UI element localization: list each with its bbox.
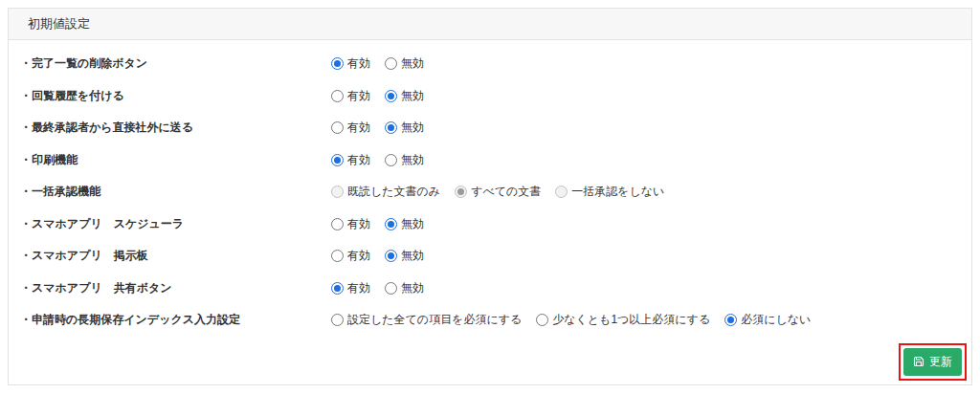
- radio-option: すべての文書: [455, 184, 541, 200]
- radio-button-icon[interactable]: [385, 282, 397, 295]
- radio-option[interactable]: 有効: [331, 55, 370, 72]
- radio-button-icon[interactable]: [536, 314, 548, 326]
- radio-button-icon[interactable]: [331, 314, 344, 326]
- setting-label: ・印刷機能: [20, 152, 331, 168]
- setting-row: ・最終承認者から直接社外に送る有効無効: [20, 112, 960, 144]
- radio-button-icon[interactable]: [331, 250, 344, 262]
- radio-option-label: 必須にしない: [741, 312, 811, 328]
- radio-button-icon[interactable]: [331, 282, 344, 295]
- radio-button-icon[interactable]: [385, 154, 397, 166]
- radio-option-label: 有効: [347, 216, 370, 232]
- setting-row: ・申請時の長期保存インデックス入力設定設定した全ての項目を必須にする少なくとも1…: [20, 304, 960, 337]
- radio-option-group: 有効無効: [331, 248, 424, 264]
- radio-option[interactable]: 必須にしない: [724, 312, 811, 328]
- radio-option-group: 有効無効: [331, 152, 424, 168]
- radio-option-label: 無効: [401, 120, 424, 136]
- radio-button-icon[interactable]: [331, 154, 344, 166]
- radio-option[interactable]: 有効: [331, 88, 370, 104]
- setting-label: ・回覧履歴を付ける: [20, 88, 331, 104]
- setting-label: ・完了一覧の削除ボタン: [20, 55, 331, 72]
- radio-option[interactable]: 有効: [331, 280, 370, 296]
- radio-option[interactable]: 無効: [385, 120, 424, 136]
- radio-option-label: 少なくとも1つ以上必須にする: [552, 312, 710, 328]
- radio-option[interactable]: 無効: [385, 55, 424, 72]
- radio-option[interactable]: 無効: [385, 88, 424, 104]
- radio-option[interactable]: 有効: [331, 120, 370, 136]
- radio-option-group: 有効無効: [331, 280, 424, 296]
- radio-option: 既読した文書のみ: [331, 184, 440, 200]
- save-icon: [913, 356, 924, 367]
- radio-option[interactable]: 無効: [385, 152, 424, 168]
- initial-settings-panel: 初期値設定 ・完了一覧の削除ボタン有効無効・回覧履歴を付ける有効無効・最終承認者…: [8, 8, 972, 385]
- radio-button-icon: [455, 186, 467, 198]
- radio-option[interactable]: 少なくとも1つ以上必須にする: [536, 312, 710, 328]
- radio-option-label: 有効: [347, 120, 370, 136]
- radio-option[interactable]: 無効: [385, 248, 424, 264]
- radio-option-label: 有効: [347, 152, 370, 168]
- update-button[interactable]: 更新: [903, 348, 962, 376]
- annotation-highlight-box: 更新: [899, 343, 967, 381]
- radio-button-icon[interactable]: [724, 314, 737, 326]
- radio-option-label: 有効: [347, 88, 370, 104]
- radio-option[interactable]: 無効: [385, 216, 424, 232]
- radio-option-label: すべての文書: [471, 184, 541, 200]
- radio-option-label: 無効: [401, 280, 424, 296]
- setting-row: ・完了一覧の削除ボタン有効無効: [20, 48, 960, 80]
- radio-option: 一括承認をしない: [555, 184, 664, 200]
- setting-label: ・スマホアプリ 共有ボタン: [20, 280, 331, 296]
- setting-row: ・一括承認機能既読した文書のみすべての文書一括承認をしない: [20, 176, 960, 208]
- radio-option-label: 無効: [401, 55, 424, 72]
- radio-button-icon[interactable]: [385, 218, 397, 230]
- setting-label: ・一括承認機能: [20, 184, 331, 200]
- radio-button-icon[interactable]: [331, 90, 344, 102]
- radio-option-label: 有効: [347, 280, 370, 296]
- radio-option-label: 有効: [347, 55, 370, 72]
- radio-button-icon[interactable]: [331, 218, 344, 230]
- radio-option[interactable]: 無効: [385, 280, 424, 296]
- radio-option-label: 無効: [401, 248, 424, 264]
- radio-option-label: 無効: [401, 216, 424, 232]
- panel-title: 初期値設定: [9, 9, 971, 40]
- update-button-label: 更新: [929, 354, 952, 370]
- radio-option-label: 有効: [347, 248, 370, 264]
- setting-row: ・スマホアプリ スケジューラ有効無効: [20, 208, 960, 241]
- radio-option-group: 既読した文書のみすべての文書一括承認をしない: [331, 184, 664, 200]
- settings-list: ・完了一覧の削除ボタン有効無効・回覧履歴を付ける有効無効・最終承認者から直接社外…: [9, 40, 971, 339]
- radio-option[interactable]: 有効: [331, 152, 370, 168]
- radio-option[interactable]: 有効: [331, 216, 370, 232]
- radio-button-icon[interactable]: [331, 121, 344, 134]
- setting-row: ・印刷機能有効無効: [20, 144, 960, 177]
- radio-option-group: 有効無効: [331, 88, 424, 104]
- panel-footer: 更新: [9, 339, 971, 384]
- radio-option-label: 無効: [401, 88, 424, 104]
- radio-button-icon[interactable]: [385, 250, 397, 262]
- setting-label: ・申請時の長期保存インデックス入力設定: [20, 312, 331, 328]
- radio-button-icon: [331, 186, 344, 198]
- radio-option-group: 有効無効: [331, 216, 424, 232]
- radio-option-group: 有効無効: [331, 55, 424, 72]
- radio-button-icon[interactable]: [385, 90, 397, 102]
- setting-row: ・スマホアプリ 掲示板有効無効: [20, 240, 960, 273]
- radio-button-icon[interactable]: [385, 57, 397, 70]
- setting-row: ・回覧履歴を付ける有効無効: [20, 80, 960, 113]
- radio-option-label: 設定した全ての項目を必須にする: [347, 312, 522, 328]
- setting-label: ・最終承認者から直接社外に送る: [20, 120, 331, 136]
- radio-button-icon[interactable]: [385, 121, 397, 134]
- radio-option[interactable]: 設定した全ての項目を必須にする: [331, 312, 522, 328]
- radio-option-group: 有効無効: [331, 120, 424, 136]
- radio-option-label: 既読した文書のみ: [347, 184, 440, 200]
- radio-option-label: 無効: [401, 152, 424, 168]
- radio-option-group: 設定した全ての項目を必須にする少なくとも1つ以上必須にする必須にしない: [331, 312, 811, 328]
- radio-option-label: 一括承認をしない: [571, 184, 664, 200]
- setting-row: ・スマホアプリ 共有ボタン有効無効: [20, 273, 960, 305]
- radio-option[interactable]: 有効: [331, 248, 370, 264]
- setting-label: ・スマホアプリ スケジューラ: [20, 216, 331, 232]
- setting-label: ・スマホアプリ 掲示板: [20, 248, 331, 264]
- radio-button-icon: [555, 186, 568, 198]
- radio-button-icon[interactable]: [331, 57, 344, 70]
